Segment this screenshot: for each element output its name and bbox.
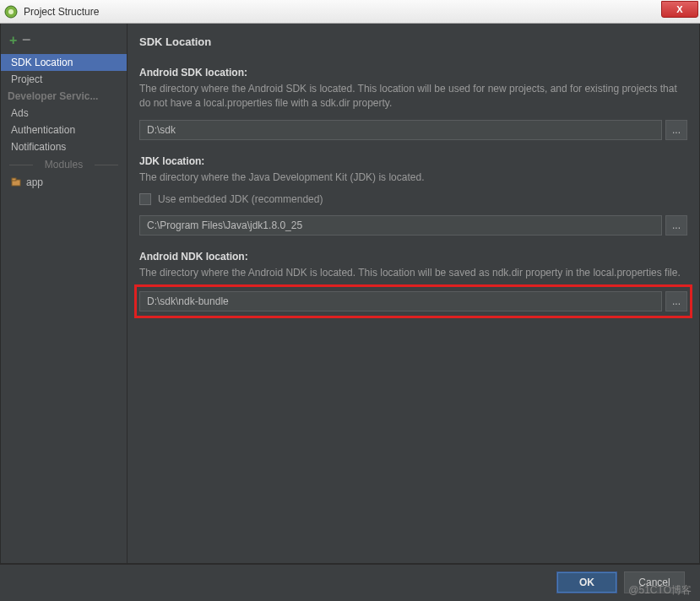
sdk-path-input[interactable] <box>139 120 662 140</box>
page-title: SDK Location <box>139 35 687 48</box>
dialog-footer: OK Cancel <box>0 564 700 599</box>
sidebar-item-label: Authentication <box>11 124 75 136</box>
jdk-browse-button[interactable]: ... <box>665 215 687 236</box>
sidebar-item-sdk-location[interactable]: SDK Location <box>1 54 127 71</box>
jdk-path-input[interactable] <box>139 215 662 236</box>
svg-rect-3 <box>12 178 16 181</box>
ndk-input-row: ... <box>139 290 687 313</box>
ellipsis-icon: ... <box>672 124 681 136</box>
main-panel: SDK Location Android SDK location: The d… <box>128 24 699 563</box>
sidebar-item-ads[interactable]: Ads <box>1 105 127 122</box>
dialog-body: + – SDK Location Project Developer Servi… <box>0 24 700 564</box>
watermark: @51CTO博客 <box>628 583 692 598</box>
sdk-input-row: ... <box>139 120 687 140</box>
svg-point-1 <box>8 9 14 14</box>
jdk-embedded-label: Use embedded JDK (recommended) <box>158 193 323 205</box>
ndk-path-input[interactable] <box>139 291 662 311</box>
sidebar-item-label: Notifications <box>11 141 66 153</box>
sdk-heading: Android SDK location: <box>139 67 687 79</box>
sidebar-item-notifications[interactable]: Notifications <box>1 138 127 155</box>
jdk-desc: The directory where the Java Development… <box>139 171 687 185</box>
ellipsis-icon: ... <box>672 295 681 307</box>
sidebar-item-label: app <box>26 176 43 188</box>
close-icon: X <box>676 4 682 14</box>
ok-button[interactable]: OK <box>556 571 617 593</box>
sdk-desc: The directory where the Android SDK is l… <box>139 82 687 111</box>
jdk-embedded-checkbox[interactable] <box>139 193 151 205</box>
add-icon[interactable]: + <box>9 34 17 47</box>
close-button[interactable]: X <box>661 1 698 18</box>
sidebar-tools: + – <box>1 30 127 54</box>
jdk-input-row: ... <box>139 215 687 236</box>
title-bar: Project Structure X <box>0 0 700 24</box>
sidebar-item-label: SDK Location <box>11 57 73 68</box>
sidebar-item-authentication[interactable]: Authentication <box>1 122 127 138</box>
sidebar-item-project[interactable]: Project <box>1 71 127 88</box>
remove-icon[interactable]: – <box>22 34 30 47</box>
sidebar-item-label: Project <box>11 73 42 85</box>
module-icon <box>11 177 21 187</box>
sidebar-item-app[interactable]: app <box>1 174 127 191</box>
ndk-browse-button[interactable]: ... <box>665 291 687 311</box>
ndk-heading: Android NDK location: <box>139 251 687 263</box>
jdk-heading: JDK location: <box>139 155 687 167</box>
window-title: Project Structure <box>24 6 99 18</box>
sidebar: + – SDK Location Project Developer Servi… <box>1 24 128 563</box>
app-icon <box>3 4 19 19</box>
sdk-browse-button[interactable]: ... <box>665 120 687 140</box>
ndk-desc: The directory where the Android NDK is l… <box>139 266 687 280</box>
sidebar-header-modules: Modules <box>1 155 127 174</box>
sidebar-item-label: Ads <box>11 107 29 119</box>
jdk-embedded-row: Use embedded JDK (recommended) <box>139 193 687 205</box>
sidebar-header-developer-services: Developer Servic... <box>1 88 127 105</box>
ellipsis-icon: ... <box>672 219 681 231</box>
